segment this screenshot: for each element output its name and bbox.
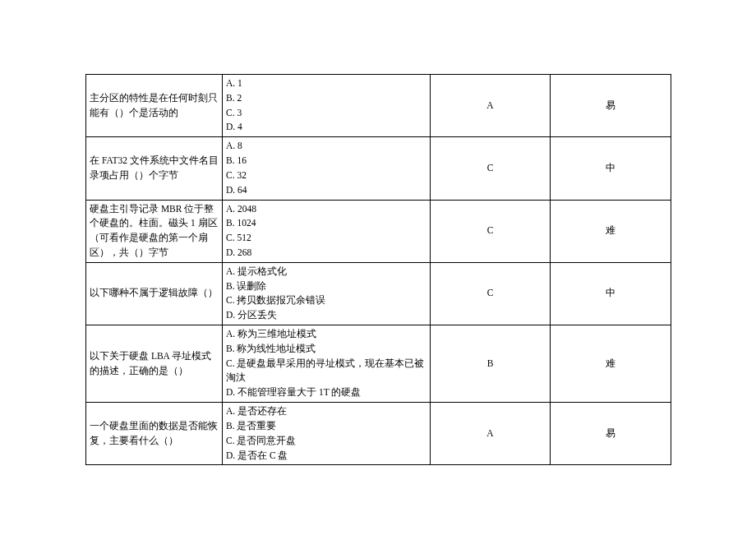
difficulty-text: 易 — [606, 428, 615, 438]
difficulty-cell: 易 — [551, 403, 671, 465]
option-text: D. 分区丢失 — [226, 308, 426, 323]
question-text: 以下关于硬盘 LBA 寻址模式的描述，正确的是（） — [90, 351, 211, 376]
table-row: 在 FAT32 文件系统中文件名目录项占用（）个字节A. 8B. 16C. 32… — [86, 137, 671, 200]
question-text: 以下哪种不属于逻辑故障（） — [90, 288, 218, 297]
question-text: 在 FAT32 文件系统中文件名目录项占用（）个字节 — [90, 155, 219, 180]
option-text: C. 是否同意开盘 — [226, 434, 426, 449]
options-cell: A. 提示格式化B. 误删除C. 拷贝数据报冗余错误D. 分区丢失 — [223, 262, 431, 325]
question-text: 硬盘主引导记录 MBR 位于整个硬盘的。柱面。磁头 1 扇区（可看作是硬盘的第一… — [90, 204, 218, 257]
difficulty-text: 难 — [606, 225, 615, 235]
table-row: 硬盘主引导记录 MBR 位于整个硬盘的。柱面。磁头 1 扇区（可看作是硬盘的第一… — [86, 200, 671, 262]
option-text: B. 误删除 — [226, 279, 426, 294]
answer-cell: A — [431, 75, 551, 137]
answer-cell: A — [431, 403, 551, 465]
answer-text: B — [487, 358, 494, 368]
options-cell: A. 2048B. 1024C. 512D. 268 — [223, 200, 431, 262]
option-text: C. 32 — [226, 168, 426, 183]
option-text: C. 512 — [226, 231, 426, 246]
question-text: 主分区的特性是在任何时刻只能有（）个是活动的 — [90, 93, 218, 118]
difficulty-text: 难 — [606, 358, 615, 368]
difficulty-cell: 中 — [551, 262, 671, 325]
exam-table-body: 主分区的特性是在任何时刻只能有（）个是活动的A. 1B. 2C. 3D. 4A易… — [86, 75, 671, 465]
difficulty-cell: 中 — [551, 137, 671, 200]
option-text: C. 拷贝数据报冗余错误 — [226, 293, 426, 308]
exam-table-container: 主分区的特性是在任何时刻只能有（）个是活动的A. 1B. 2C. 3D. 4A易… — [85, 74, 671, 465]
option-text: A. 是否还存在 — [226, 404, 426, 419]
answer-text: C — [487, 163, 494, 173]
question-cell: 以下哪种不属于逻辑故障（） — [86, 262, 223, 325]
question-text: 一个硬盘里面的数据是否能恢复，主要看什么（） — [90, 421, 218, 445]
difficulty-cell: 易 — [551, 75, 671, 137]
question-cell: 以下关于硬盘 LBA 寻址模式的描述，正确的是（） — [86, 325, 223, 403]
answer-text: A — [486, 428, 493, 438]
option-text: A. 提示格式化 — [226, 265, 426, 279]
option-text: C. 是硬盘最早采用的寻址模式，现在基本已被淘汰 — [226, 357, 426, 386]
answer-text: C — [487, 225, 494, 235]
option-text: B. 2 — [226, 91, 426, 106]
option-text: D. 是否在 C 盘 — [226, 449, 426, 464]
option-text: A. 1 — [226, 76, 426, 91]
answer-cell: C — [431, 200, 551, 262]
option-text: A. 8 — [226, 139, 426, 154]
option-text: C. 3 — [226, 106, 426, 121]
question-cell: 一个硬盘里面的数据是否能恢复，主要看什么（） — [86, 403, 223, 465]
table-row: 主分区的特性是在任何时刻只能有（）个是活动的A. 1B. 2C. 3D. 4A易 — [86, 75, 671, 137]
exam-table: 主分区的特性是在任何时刻只能有（）个是活动的A. 1B. 2C. 3D. 4A易… — [85, 74, 671, 465]
option-text: D. 64 — [226, 183, 426, 198]
question-cell: 主分区的特性是在任何时刻只能有（）个是活动的 — [86, 75, 223, 137]
difficulty-cell: 难 — [551, 200, 671, 262]
answer-text: C — [487, 288, 494, 297]
table-row: 一个硬盘里面的数据是否能恢复，主要看什么（）A. 是否还存在B. 是否重要C. … — [86, 403, 671, 465]
difficulty-text: 中 — [606, 163, 615, 173]
options-cell: A. 1B. 2C. 3D. 4 — [223, 75, 431, 137]
difficulty-text: 易 — [606, 100, 615, 110]
option-text: B. 1024 — [226, 216, 426, 231]
option-text: D. 不能管理容量大于 1T 的硬盘 — [226, 385, 426, 400]
question-cell: 在 FAT32 文件系统中文件名目录项占用（）个字节 — [86, 137, 223, 200]
difficulty-cell: 难 — [551, 325, 671, 403]
option-text: D. 268 — [226, 246, 426, 261]
question-cell: 硬盘主引导记录 MBR 位于整个硬盘的。柱面。磁头 1 扇区（可看作是硬盘的第一… — [86, 200, 223, 262]
option-text: A. 2048 — [226, 202, 426, 217]
table-row: 以下哪种不属于逻辑故障（）A. 提示格式化B. 误删除C. 拷贝数据报冗余错误D… — [86, 262, 671, 325]
option-text: A. 称为三维地址模式 — [226, 327, 426, 342]
table-row: 以下关于硬盘 LBA 寻址模式的描述，正确的是（）A. 称为三维地址模式B. 称… — [86, 325, 671, 403]
option-text: B. 16 — [226, 154, 426, 168]
answer-cell: C — [431, 137, 551, 200]
answer-cell: B — [431, 325, 551, 403]
option-text: D. 4 — [226, 120, 426, 135]
option-text: B. 是否重要 — [226, 419, 426, 434]
options-cell: A. 是否还存在B. 是否重要C. 是否同意开盘D. 是否在 C 盘 — [223, 403, 431, 465]
options-cell: A. 称为三维地址模式B. 称为线性地址模式C. 是硬盘最早采用的寻址模式，现在… — [223, 325, 431, 403]
answer-text: A — [486, 100, 493, 110]
difficulty-text: 中 — [606, 288, 615, 297]
options-cell: A. 8B. 16C. 32D. 64 — [223, 137, 431, 200]
option-text: B. 称为线性地址模式 — [226, 342, 426, 357]
answer-cell: C — [431, 262, 551, 325]
